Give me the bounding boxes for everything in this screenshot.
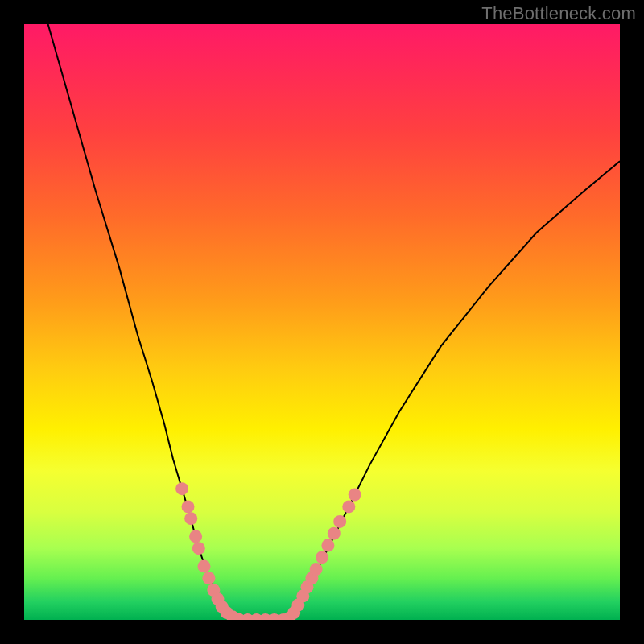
scatter-dot xyxy=(333,515,346,528)
plot-area xyxy=(24,24,620,620)
scatter-layer xyxy=(24,24,620,620)
scatter-dot xyxy=(328,527,341,540)
scatter-dot xyxy=(349,489,361,502)
scatter-dot xyxy=(342,500,355,513)
chart-frame: TheBottleneck.com xyxy=(0,0,644,644)
scatter-dot xyxy=(202,572,215,584)
scatter-dot xyxy=(184,512,197,525)
scatter-dot xyxy=(310,563,323,576)
scatter-dot xyxy=(321,539,334,552)
scatter-dots xyxy=(175,482,361,620)
scatter-dot xyxy=(182,500,195,513)
scatter-dot xyxy=(198,559,211,572)
scatter-dot xyxy=(316,551,328,564)
scatter-dot xyxy=(175,482,188,495)
watermark-text: TheBottleneck.com xyxy=(481,3,636,24)
scatter-dot xyxy=(192,542,205,555)
scatter-dot xyxy=(189,530,202,543)
